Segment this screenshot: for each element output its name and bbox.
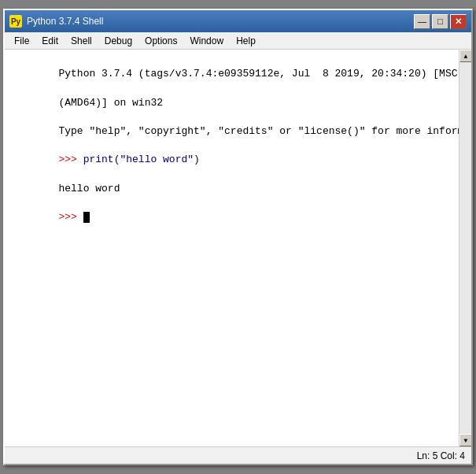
- maximize-button[interactable]: □: [432, 14, 448, 29]
- menu-bar: File Edit Shell Debug Options Window Hel…: [5, 32, 471, 50]
- cursor: [83, 212, 90, 223]
- startup-line1: Python 3.7.4 (tags/v3.7.4:e09359112e, Ju…: [58, 68, 471, 80]
- menu-debug[interactable]: Debug: [98, 34, 138, 48]
- status-text: Ln: 5 Col: 4: [417, 450, 465, 461]
- minimize-button[interactable]: —: [414, 14, 430, 29]
- startup-line2: (AMD64)] on win32: [58, 97, 163, 109]
- app-icon: Py: [9, 15, 22, 28]
- content-wrapper: Python 3.7.4 (tags/v3.7.4:e09359112e, Ju…: [5, 50, 471, 446]
- menu-window[interactable]: Window: [183, 34, 230, 48]
- menu-edit[interactable]: Edit: [35, 34, 65, 48]
- shell-area[interactable]: Python 3.7.4 (tags/v3.7.4:e09359112e, Ju…: [5, 50, 459, 446]
- menu-shell[interactable]: Shell: [65, 34, 98, 48]
- startup-line3: Type "help", "copyright", "credits" or "…: [58, 125, 471, 137]
- menu-help[interactable]: Help: [230, 34, 262, 48]
- main-window: Py Python 3.7.4 Shell — □ ✕ File Edit Sh…: [3, 9, 473, 465]
- close-button[interactable]: ✕: [450, 14, 467, 29]
- title-bar: Py Python 3.7.4 Shell — □ ✕: [5, 10, 471, 32]
- command1: print("hello word"): [83, 154, 200, 165]
- menu-file[interactable]: File: [8, 34, 35, 48]
- window-title: Python 3.7.4 Shell: [27, 16, 103, 27]
- prompt1: >>>: [58, 154, 83, 165]
- scroll-track[interactable]: [459, 62, 471, 434]
- scroll-down-button[interactable]: ▼: [459, 434, 471, 446]
- scrollbar: ▲ ▼: [459, 50, 471, 446]
- title-bar-buttons: — □ ✕: [414, 14, 467, 29]
- scroll-up-button[interactable]: ▲: [459, 50, 471, 62]
- prompt2: >>>: [58, 211, 83, 223]
- status-bar: Ln: 5 Col: 4: [5, 446, 471, 464]
- shell-output: Python 3.7.4 (tags/v3.7.4:e09359112e, Ju…: [9, 53, 454, 239]
- output1: hello word: [58, 183, 120, 194]
- title-bar-left: Py Python 3.7.4 Shell: [9, 15, 103, 28]
- menu-options[interactable]: Options: [138, 34, 183, 48]
